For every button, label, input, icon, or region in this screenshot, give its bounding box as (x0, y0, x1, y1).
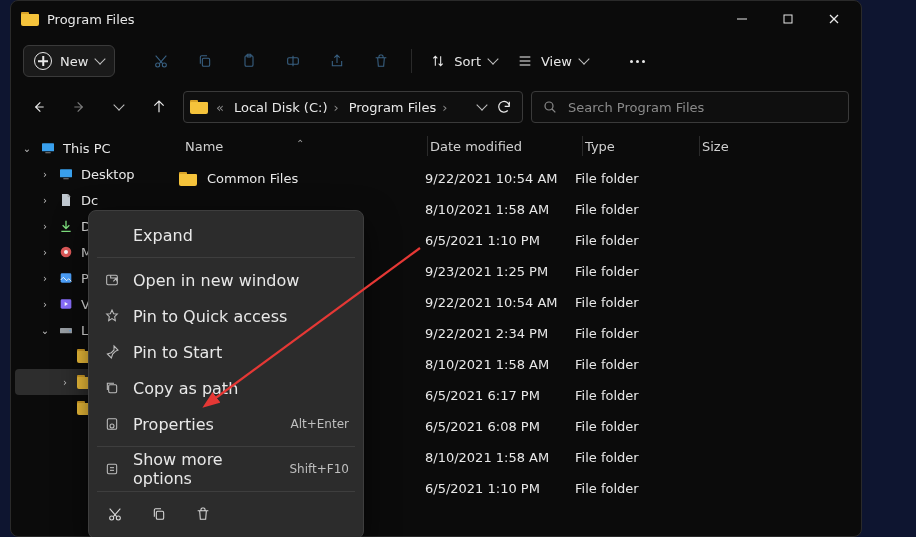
back-button[interactable] (23, 91, 55, 123)
folder-icon (21, 12, 39, 26)
svg-rect-17 (60, 169, 72, 177)
sidebar-item[interactable]: › Desktop (15, 161, 163, 187)
column-size[interactable]: Size (702, 139, 729, 154)
up-button[interactable] (143, 91, 175, 123)
ctx-cut-button[interactable] (103, 502, 127, 526)
more-icon (103, 461, 121, 477)
address-dropdown[interactable] (476, 99, 487, 110)
rename-button[interactable] (273, 41, 313, 81)
forward-button[interactable] (63, 91, 95, 123)
file-date: 9/23/2021 1:25 PM (425, 264, 575, 279)
file-type: File folder (575, 326, 687, 341)
view-button[interactable]: View (509, 47, 596, 75)
folder-icon (179, 172, 197, 186)
chevron-down-icon (487, 53, 498, 64)
column-date[interactable]: Date modified (430, 139, 580, 154)
chevron-right-icon: › (39, 169, 51, 180)
chevron-right-icon: › (442, 100, 447, 115)
chevron-down-icon: ⌄ (39, 325, 51, 336)
column-divider[interactable] (699, 136, 700, 156)
file-date: 9/22/2021 10:54 AM (425, 171, 575, 186)
file-type: File folder (575, 419, 687, 434)
file-type: File folder (575, 481, 687, 496)
minimize-button[interactable] (719, 3, 765, 35)
context-icon-row (89, 496, 363, 532)
share-button[interactable] (317, 41, 357, 81)
file-date: 6/5/2021 6:17 PM (425, 388, 575, 403)
search-box[interactable]: Search Program Files (531, 91, 849, 123)
chevron-down-icon: ⌄ (21, 143, 33, 154)
svg-rect-6 (203, 58, 210, 66)
cut-button[interactable] (141, 41, 181, 81)
tree-item-this-pc[interactable]: ⌄ This PC (15, 135, 163, 161)
breadcrumb-label: Local Disk (C:) (234, 100, 327, 115)
ctx-copy-path[interactable]: Copy as path (89, 370, 363, 406)
new-window-icon (103, 272, 121, 288)
item-icon (57, 244, 75, 260)
breadcrumb-chevron[interactable]: « (214, 100, 226, 115)
sort-button[interactable]: Sort (422, 47, 505, 75)
search-icon (542, 99, 558, 115)
svg-point-24 (69, 330, 70, 331)
context-separator (97, 257, 355, 258)
ctx-pin-start[interactable]: Pin to Start (89, 334, 363, 370)
column-type[interactable]: Type (585, 139, 697, 154)
breadcrumb-label: Program Files (349, 100, 437, 115)
context-separator (97, 446, 355, 447)
file-type: File folder (575, 295, 687, 310)
properties-icon (103, 416, 121, 432)
svg-rect-26 (109, 385, 117, 393)
svg-rect-16 (45, 152, 50, 153)
file-date: 8/10/2021 1:58 AM (425, 357, 575, 372)
refresh-button[interactable] (496, 99, 512, 115)
window-controls (719, 3, 857, 35)
pin-icon (103, 344, 121, 360)
column-name[interactable]: Name ⌃ (167, 139, 425, 154)
toolbar: New Sort View (11, 37, 861, 85)
window-title: Program Files (47, 12, 135, 27)
svg-line-14 (552, 109, 555, 112)
more-button[interactable] (618, 41, 658, 81)
item-icon (57, 296, 75, 312)
svg-point-13 (545, 102, 553, 110)
tree-label: Dc (81, 193, 98, 208)
svg-point-5 (163, 63, 167, 67)
chevron-right-icon: › (333, 100, 338, 115)
ctx-pin-quick-access[interactable]: Pin to Quick access (89, 298, 363, 334)
ctx-open-new-window[interactable]: Open in new window (89, 262, 363, 298)
ctx-expand[interactable]: Expand (89, 217, 363, 253)
column-divider[interactable] (582, 136, 583, 156)
maximize-button[interactable] (765, 3, 811, 35)
table-row[interactable]: Common Files 9/22/2021 10:54 AM File fol… (167, 163, 861, 194)
copy-button[interactable] (185, 41, 225, 81)
context-separator (97, 491, 355, 492)
close-button[interactable] (811, 3, 857, 35)
recent-locations-button[interactable] (103, 91, 135, 123)
ctx-shortcut: Alt+Enter (290, 417, 349, 431)
ctx-show-more[interactable]: Show more options Shift+F10 (89, 451, 363, 487)
ctx-delete-button[interactable] (191, 502, 215, 526)
delete-button[interactable] (361, 41, 401, 81)
new-button[interactable]: New (23, 45, 115, 77)
svg-point-28 (110, 424, 114, 428)
chevron-right-icon: › (59, 377, 71, 388)
file-date: 6/5/2021 1:10 PM (425, 233, 575, 248)
file-date: 9/22/2021 10:54 AM (425, 295, 575, 310)
column-divider[interactable] (427, 136, 428, 156)
file-type: File folder (575, 171, 687, 186)
address-bar[interactable]: « Local Disk (C:) › Program Files › (183, 91, 523, 123)
column-headers: Name ⌃ Date modified Type Size (167, 129, 861, 163)
star-icon (103, 308, 121, 324)
ctx-properties[interactable]: Properties Alt+Enter (89, 406, 363, 442)
view-label: View (541, 54, 572, 69)
ctx-copy-button[interactable] (147, 502, 171, 526)
chevron-down-icon (578, 53, 589, 64)
breadcrumb-item[interactable]: Local Disk (C:) › (232, 100, 341, 115)
chevron-right-icon: › (39, 195, 51, 206)
breadcrumb-item[interactable]: Program Files › (347, 100, 450, 115)
tree-label: Desktop (81, 167, 135, 182)
file-type: File folder (575, 388, 687, 403)
svg-point-4 (156, 63, 160, 67)
file-date: 8/10/2021 1:58 AM (425, 450, 575, 465)
paste-button[interactable] (229, 41, 269, 81)
